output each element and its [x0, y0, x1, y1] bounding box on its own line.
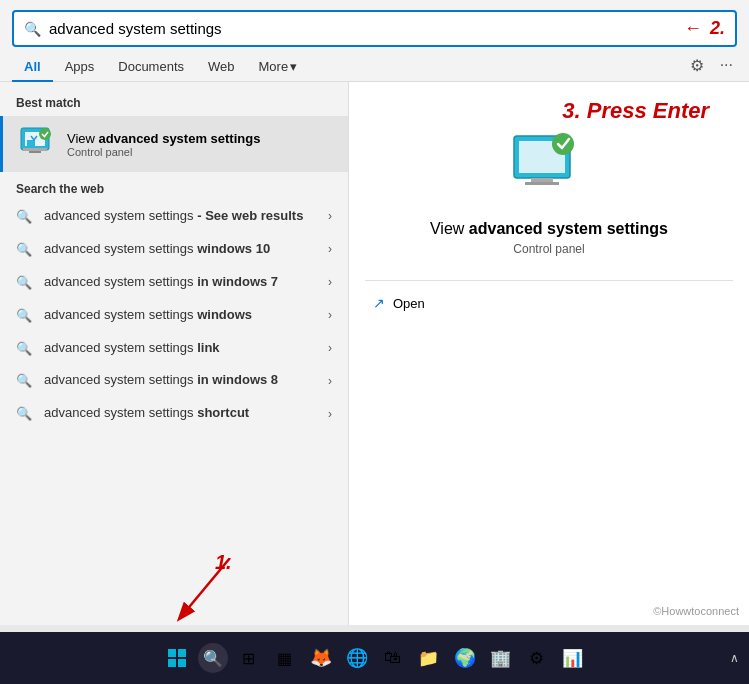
control-panel-icon	[19, 126, 55, 162]
web-item-1[interactable]: 🔍 advanced system settings - See web res…	[0, 200, 348, 233]
search-web-icon-3: 🔍	[16, 275, 32, 290]
more-options-icon[interactable]: ···	[716, 54, 737, 76]
taskbar-files-icon[interactable]: 📁	[414, 643, 444, 673]
search-web-icon-5: 🔍	[16, 341, 32, 356]
search-web-icon-2: 🔍	[16, 242, 32, 257]
right-subtitle: Control panel	[513, 242, 584, 256]
tab-web[interactable]: Web	[196, 53, 247, 82]
open-label: Open	[393, 296, 425, 311]
chevron-right-icon-3: ›	[328, 275, 332, 289]
svg-point-5	[39, 128, 51, 140]
taskbar-widgets-icon[interactable]: ▦	[270, 643, 300, 673]
taskbar-chart-icon[interactable]: 📊	[558, 643, 588, 673]
right-panel: 3. Press Enter View advanced system sett…	[348, 82, 749, 625]
web-item-text-5: advanced system settings link	[44, 340, 316, 357]
arrow-annotation-2: ←	[684, 18, 702, 39]
search-web-icon-4: 🔍	[16, 308, 32, 323]
best-match-title: View advanced system settings	[67, 131, 332, 146]
web-section-label: Search the web	[0, 174, 348, 200]
web-item-2[interactable]: 🔍 advanced system settings windows 10 ›	[0, 233, 348, 266]
web-item-text-6: advanced system settings in windows 8	[44, 372, 316, 389]
chevron-right-icon-7: ›	[328, 407, 332, 421]
taskbar-search-icon[interactable]: 🔍	[198, 643, 228, 673]
taskbar-office-icon[interactable]: 🏢	[486, 643, 516, 673]
web-item-4[interactable]: 🔍 advanced system settings windows ›	[0, 299, 348, 332]
left-panel: Best match	[0, 82, 348, 625]
open-external-icon: ↗	[373, 295, 385, 311]
taskbar-chrome-icon[interactable]: 🌍	[450, 643, 480, 673]
web-item-3[interactable]: 🔍 advanced system settings in windows 7 …	[0, 266, 348, 299]
web-item-text-2: advanced system settings windows 10	[44, 241, 316, 258]
press-enter-annotation: 3. Press Enter	[562, 98, 709, 124]
taskbar-firefox-icon[interactable]: 🦊	[306, 643, 336, 673]
chevron-right-icon-4: ›	[328, 308, 332, 322]
nav-tabs: All Apps Documents Web More ▾ ⚙ ···	[0, 47, 749, 82]
start-button[interactable]	[162, 643, 192, 673]
web-item-7[interactable]: 🔍 advanced system settings shortcut ›	[0, 397, 348, 430]
right-app-icon	[509, 132, 589, 204]
web-item-5[interactable]: 🔍 advanced system settings link ›	[0, 332, 348, 365]
chevron-right-icon-5: ›	[328, 341, 332, 355]
search-panel: 🔍 ← 2. All Apps Documents Web More ▾ ⚙ ·…	[0, 0, 749, 625]
best-match-item[interactable]: View advanced system settings Control pa…	[0, 116, 348, 172]
right-title: View advanced system settings	[430, 220, 668, 238]
web-item-text-1: advanced system settings - See web resul…	[44, 208, 316, 225]
web-item-6[interactable]: 🔍 advanced system settings in windows 8 …	[0, 364, 348, 397]
main-content: Best match	[0, 82, 749, 625]
open-button[interactable]: ↗ Open	[365, 289, 733, 317]
taskbar-chevron-icon[interactable]: ∧	[730, 651, 739, 665]
taskbar-settings-icon[interactable]: ⚙	[522, 643, 552, 673]
annotation-number-2: 2.	[710, 18, 725, 39]
chevron-down-icon: ▾	[290, 59, 297, 74]
svg-point-10	[552, 133, 574, 155]
svg-rect-9	[525, 182, 559, 185]
chevron-right-icon-6: ›	[328, 374, 332, 388]
search-web-icon-7: 🔍	[16, 406, 32, 421]
search-icon: 🔍	[24, 21, 41, 37]
search-web-icon-1: 🔍	[16, 209, 32, 224]
taskbar-right-area: ∧	[730, 651, 739, 665]
svg-rect-14	[178, 649, 186, 657]
svg-rect-2	[23, 148, 47, 151]
settings-icon[interactable]: ⚙	[686, 54, 708, 77]
tab-all[interactable]: All	[12, 53, 53, 82]
chevron-right-icon-1: ›	[328, 209, 332, 223]
svg-rect-16	[178, 659, 186, 667]
tab-documents[interactable]: Documents	[106, 53, 196, 82]
taskbar-edge-icon[interactable]: 🌐	[342, 643, 372, 673]
best-match-subtitle: Control panel	[67, 146, 332, 158]
best-match-text: View advanced system settings Control pa…	[67, 131, 332, 158]
taskbar: 🔍 ⊞ ▦ 🦊 🌐 🛍 📁 🌍 🏢 ⚙ 📊 ∧	[0, 632, 749, 684]
search-web-icon-6: 🔍	[16, 373, 32, 388]
taskbar-taskview-icon[interactable]: ⊞	[234, 643, 264, 673]
svg-rect-15	[168, 659, 176, 667]
svg-rect-3	[29, 151, 41, 153]
best-match-label: Best match	[0, 92, 348, 114]
right-divider	[365, 280, 733, 281]
web-item-text-7: advanced system settings shortcut	[44, 405, 316, 422]
web-item-text-3: advanced system settings in windows 7	[44, 274, 316, 291]
search-bar[interactable]: 🔍 ← 2.	[12, 10, 737, 47]
svg-rect-13	[168, 649, 176, 657]
watermark: ©Howwtoconnect	[653, 605, 739, 617]
svg-line-12	[180, 558, 230, 618]
tab-apps[interactable]: Apps	[53, 53, 107, 82]
tab-more[interactable]: More ▾	[247, 53, 310, 82]
chevron-right-icon-2: ›	[328, 242, 332, 256]
annotation-arrow-1	[170, 558, 270, 628]
taskbar-store-icon[interactable]: 🛍	[378, 643, 408, 673]
web-item-text-4: advanced system settings windows	[44, 307, 316, 324]
search-input[interactable]	[49, 20, 676, 37]
